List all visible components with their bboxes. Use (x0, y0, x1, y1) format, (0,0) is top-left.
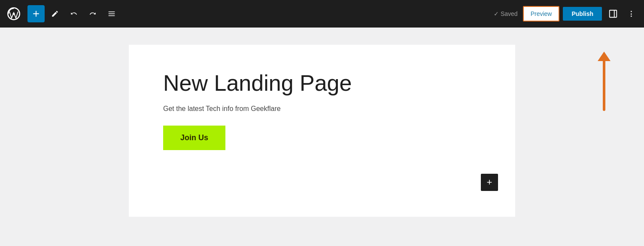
pencil-icon (51, 10, 59, 18)
plus-icon (32, 10, 40, 18)
page-canvas: New Landing Page Get the latest Tech inf… (129, 45, 515, 217)
ellipsis-icon: ⋮ (628, 10, 635, 18)
redo-button[interactable] (84, 5, 101, 22)
sidebar-icon (608, 9, 618, 18)
wordpress-icon (7, 7, 20, 20)
toolbar: ✓ Saved Preview Publish ⋮ (0, 0, 644, 28)
undo-button[interactable] (65, 5, 82, 22)
svg-rect-2 (610, 10, 617, 18)
saved-label: Saved (501, 10, 518, 17)
wp-logo[interactable] (5, 5, 22, 22)
saved-status: ✓ Saved (494, 10, 518, 17)
redo-icon (89, 10, 97, 18)
publish-button[interactable]: Publish (563, 7, 602, 21)
edit-button[interactable] (46, 5, 64, 22)
page-subtitle: Get the latest Tech info from Geekflare (163, 105, 481, 113)
add-block-toolbar-button[interactable] (27, 5, 45, 22)
svg-point-1 (13, 13, 15, 15)
menu-icon (108, 10, 115, 18)
check-icon: ✓ (494, 10, 499, 17)
sidebar-toggle-button[interactable] (605, 6, 621, 22)
more-options-button[interactable]: ⋮ (623, 6, 639, 22)
add-block-bottom-button[interactable]: + (481, 174, 498, 191)
menu-button[interactable] (103, 5, 120, 22)
editor-area: New Landing Page Get the latest Tech inf… (0, 28, 644, 246)
undo-icon (70, 10, 78, 18)
preview-button[interactable]: Preview (523, 6, 560, 22)
page-title: New Landing Page (163, 71, 481, 96)
cta-join-button[interactable]: Join Us (163, 126, 225, 150)
